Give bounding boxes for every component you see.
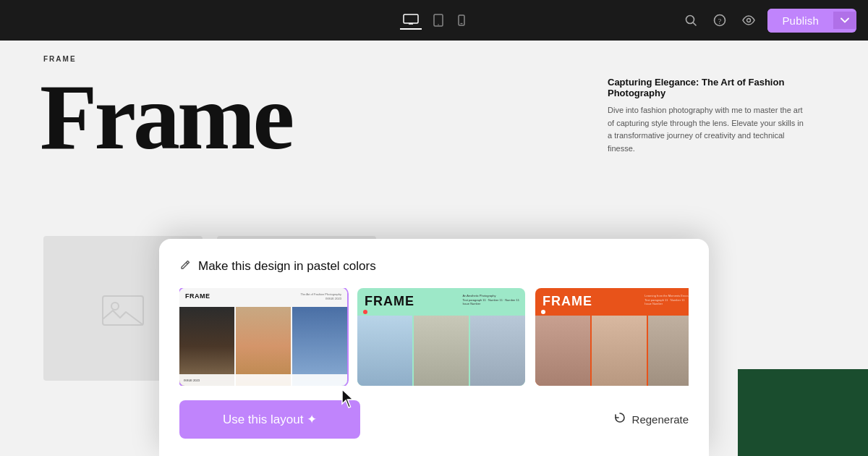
layout-preview-1[interactable]: FRAME The Art of Fashion PhotographyISSU… (179, 288, 347, 386)
side-content-text: Dive into fashion photography with me to… (608, 104, 810, 155)
svg-point-13 (111, 303, 119, 310)
layout-previews: FRAME The Art of Fashion PhotographyISSU… (179, 288, 689, 386)
device-tablet-button[interactable] (430, 11, 446, 30)
layout-preview-3[interactable]: FRAME Learning from the Moments Encounte… (535, 288, 689, 386)
modal-title: Make this design in pastel colors (198, 259, 376, 274)
preview3-frame-text: FRAME (542, 294, 592, 309)
frame-title: Frame (40, 69, 292, 164)
publish-chevron-button[interactable] (833, 12, 856, 29)
svg-point-7 (686, 16, 694, 24)
modal-card: Make this design in pastel colors FRAME … (159, 239, 709, 456)
preview-icon[interactable] (739, 10, 759, 30)
top-bar: ? Publish (0, 0, 868, 41)
help-icon[interactable]: ? (710, 10, 730, 30)
side-content-title: Capturing Elegance: The Art of Fashion P… (608, 77, 810, 98)
top-bar-right: ? Publish (681, 9, 856, 33)
layout-preview-2[interactable]: FRAME An Aesthetic PhotographyText parag… (357, 288, 525, 386)
pencil-icon (179, 259, 191, 274)
svg-line-16 (187, 263, 188, 264)
search-icon[interactable] (681, 10, 701, 30)
preview1-frame-text: FRAME (185, 292, 210, 300)
device-switcher (400, 11, 468, 30)
regenerate-icon (613, 411, 626, 428)
use-layout-button[interactable]: Use this layout ✦ (179, 400, 360, 439)
svg-rect-0 (404, 14, 418, 23)
svg-text:?: ? (718, 17, 722, 25)
svg-point-4 (438, 24, 439, 25)
regenerate-label: Regenerate (632, 413, 689, 426)
use-layout-label: Use this layout ✦ (223, 412, 317, 427)
side-content: Capturing Elegance: The Art of Fashion P… (608, 77, 810, 155)
dark-green-background (738, 369, 868, 456)
cursor (340, 388, 357, 405)
regenerate-button[interactable]: Regenerate (613, 411, 689, 428)
publish-button-group: Publish (767, 9, 856, 33)
preview2-frame-text: FRAME (365, 294, 414, 309)
svg-line-8 (694, 23, 697, 26)
publish-button[interactable]: Publish (767, 9, 833, 33)
frame-label: FRAME (43, 55, 77, 63)
main-area: FRAME Frame Capturing Elegance: The Art … (0, 41, 868, 456)
device-mobile-button[interactable] (455, 12, 468, 29)
modal-header: Make this design in pastel colors (179, 259, 689, 274)
device-desktop-button[interactable] (400, 11, 422, 30)
action-row: Use this layout ✦ Regenerate (179, 400, 689, 456)
svg-point-11 (747, 19, 751, 22)
